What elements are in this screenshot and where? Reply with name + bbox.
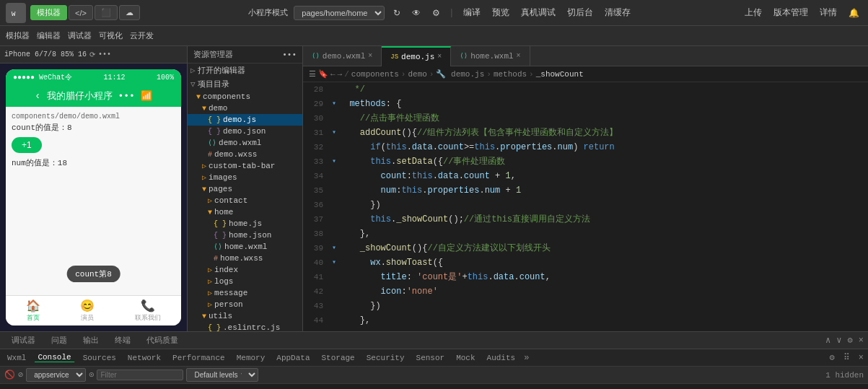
nav-tab-sensor[interactable]: Sensor [413,354,448,362]
file-demo-wxml[interactable]: ⟨⟩ demo.wxml [188,137,302,149]
nav-item-home[interactable]: 🏠 首页 [26,299,40,323]
editor-btn[interactable]: </> [69,5,93,20]
preview-btn[interactable]: 预览 [489,5,512,20]
breadcrumb-methods[interactable]: methods [494,70,527,79]
settings2-icon[interactable]: ⚙ [830,352,835,363]
file-home-wxss[interactable]: # home.wxss [188,253,302,264]
nav-tab-mock[interactable]: Mock [453,354,478,362]
toggle-console-icon[interactable]: ⊘ [18,370,23,380]
filter-input[interactable] [97,370,183,380]
dock-icon[interactable]: ⠿ [843,352,850,363]
bottom-tab-terminal[interactable]: 终端 [108,332,138,349]
sidebar-toggle-icon[interactable]: ☰ [309,69,316,79]
nav-back-icon[interactable]: ← [330,70,336,79]
folder-home[interactable]: ▼ home [188,206,302,218]
clear-cache-btn[interactable]: 清缓存 [602,5,634,20]
file-home-wxml[interactable]: ⟨⟩ home.wxml [188,241,302,253]
collapse-icon[interactable]: ∧ [825,335,830,346]
nav-forward-icon[interactable]: → [338,70,343,79]
folder-components[interactable]: ▼ components [188,91,302,102]
bookmark-icon[interactable]: 🔖 [318,69,328,79]
nav-tab-audits[interactable]: Audits [484,354,519,362]
notification-btn[interactable]: 🔔 [846,6,862,19]
more-tabs-icon[interactable]: » [524,353,529,363]
breadcrumb-show-count[interactable]: _showCount [536,70,584,79]
nav-tab-storage[interactable]: Storage [319,354,358,362]
bottom-tab-problems[interactable]: 问题 [44,332,74,349]
file-home-json[interactable]: { } home.json [188,230,302,241]
folder-contact[interactable]: ▷ contact [188,195,302,206]
rotate-icon[interactable]: ⟳ [89,51,95,59]
close-tab-icon[interactable]: × [368,52,372,60]
bottom-tab-quality[interactable]: 代码质量 [139,332,185,349]
nav-tab-network[interactable]: Network [125,354,164,362]
compile-btn[interactable]: 编译 [460,5,483,20]
cloud-dev-btn[interactable]: ☁ [119,5,140,20]
increment-btn[interactable]: +1 [12,137,42,153]
close-tab-icon[interactable]: × [437,53,442,61]
nav-item-contact[interactable]: 📞 联系我们 [135,299,161,323]
file-eslintrc[interactable]: { } .eslintrc.js [188,322,302,331]
tab-demo-js[interactable]: JS demo.js × [382,46,451,66]
visual-label[interactable]: 可视化 [99,30,123,41]
breadcrumb-demo-js[interactable]: 🔧 demo.js [436,69,484,79]
service-select[interactable]: appservice [26,368,86,382]
file-demo-json[interactable]: { } demo.json [188,126,302,137]
cloud-label[interactable]: 云开发 [130,30,154,41]
tree-menu-icon[interactable]: ••• [282,51,297,59]
backend-btn[interactable]: 切后台 [564,5,596,20]
project-root-item[interactable]: ▽ 项目目录 [188,77,302,91]
folder-logs[interactable]: ▷ logs [188,276,302,287]
close2-icon[interactable]: × [859,353,864,363]
breadcrumb-demo[interactable]: demo [408,70,426,79]
open-editors-item[interactable]: ▷ 打开的编辑器 [188,64,302,77]
nav-tab-memory[interactable]: Memory [234,354,268,362]
version-btn[interactable]: 版本管理 [771,5,811,20]
clear-console-icon[interactable]: 🚫 [4,370,15,380]
device-select[interactable]: iPhone 6/7/8 85% 16 [4,51,87,58]
nav-tab-wxml[interactable]: Wxml [4,354,29,362]
expand-icon[interactable]: ∨ [836,335,841,346]
folder-person[interactable]: ▷ person [188,299,302,310]
folder-pages[interactable]: ▼ pages [188,183,302,195]
refresh-btn[interactable]: ↻ [390,6,403,19]
file-home-js[interactable]: { } home.js [188,218,302,230]
bottom-tab-output[interactable]: 输出 [76,332,106,349]
close-tab-icon[interactable]: × [517,52,521,60]
upload-btn[interactable]: 上传 [742,5,765,20]
eye-btn[interactable]: 👁 [409,6,424,19]
tab-home-wxml[interactable]: ⟨⟩ home.wxml × [451,46,530,66]
level-select[interactable]: Default levels ▼ [186,368,258,382]
nav-tab-performance[interactable]: Performance [170,354,228,362]
folder-index[interactable]: ▷ index [188,264,302,276]
folder-utils[interactable]: ▼ utils [188,310,302,322]
debug-btn[interactable]: ⬛ [95,5,118,20]
file-demo-js[interactable]: { } demo.js [188,114,302,126]
nav-tab-sources[interactable]: Sources [80,354,119,362]
tab-demo-wxml[interactable]: ⟨⟩ demo.wxml × [303,46,382,66]
path-select[interactable]: pages/home/home [294,6,385,20]
editor-label[interactable]: 编辑器 [37,30,61,41]
simulator-label[interactable]: 模拟器 [6,30,30,41]
folder-message[interactable]: ▷ message [188,287,302,299]
record-icon[interactable]: ⊙ [89,370,94,380]
code-editor[interactable]: 28 */ 29 ▾ methods: { 30 //点击事件处理函数 31 ▾… [303,82,868,331]
folder-demo[interactable]: ▼ demo [188,102,302,114]
nav-item-actors[interactable]: 😊 演员 [80,299,95,323]
nav-tab-security[interactable]: Security [364,354,408,362]
more-dots-icon[interactable]: ••• [118,91,135,102]
settings-icon[interactable]: ⚙ [848,335,853,346]
close-panel-icon[interactable]: × [859,336,864,346]
back-icon[interactable]: ‹ [35,90,40,102]
breadcrumb-components[interactable]: components [351,70,399,79]
simulator-btn[interactable]: 模拟器 [30,5,67,20]
settings-btn[interactable]: ⚙ [429,6,443,19]
debug-label[interactable]: 调试器 [68,30,92,41]
folder-custom-tab-bar[interactable]: ▷ custom-tab-bar [188,160,302,172]
nav-tab-appdata[interactable]: AppData [273,354,312,362]
more-icon[interactable]: ••• [98,51,111,58]
nav-tab-console[interactable]: Console [35,353,74,362]
bottom-tab-debugger[interactable]: 调试器 [4,332,43,349]
folder-images[interactable]: ▷ images [188,172,302,183]
file-demo-wxss[interactable]: # demo.wxss [188,149,302,160]
